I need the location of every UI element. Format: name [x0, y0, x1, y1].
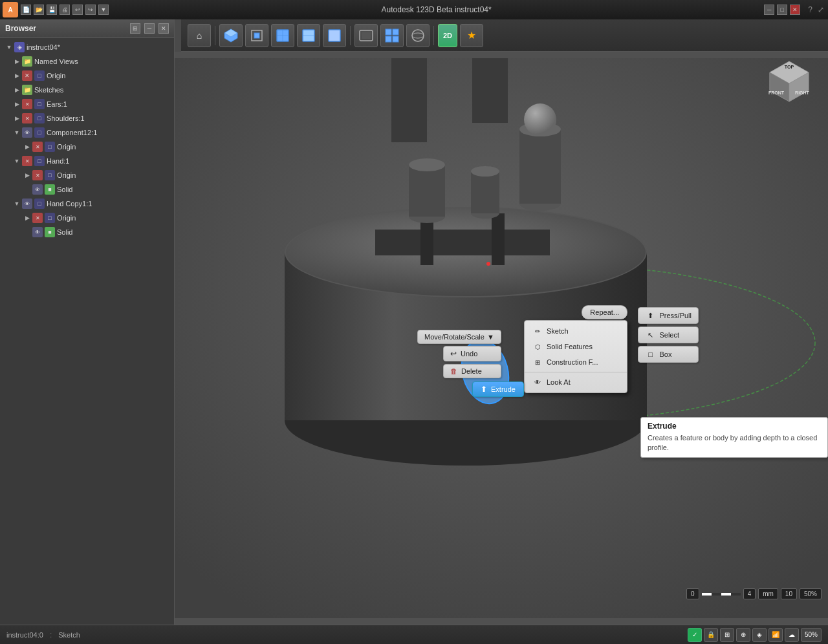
undo-button[interactable]: ↩ Undo [443, 346, 501, 361]
lock-icon[interactable]: 🔒 [704, 628, 718, 642]
tree-item-handcopy[interactable]: ▼ 👁 □ Hand Copy1:1 [0, 197, 174, 211]
view-right-btn[interactable] [323, 24, 346, 47]
toggle-origin1[interactable]: ▶ [13, 72, 21, 80]
svg-rect-13 [393, 29, 398, 35]
view-cube[interactable]: TOP FRONT RIGHT [763, 58, 815, 110]
undo-title[interactable]: ↩ [72, 5, 83, 15]
check-icon[interactable]: ✓ [688, 628, 702, 642]
delete-button[interactable]: 🗑 Delete [443, 364, 501, 378]
toggle-shoulders[interactable]: ▶ [13, 114, 21, 122]
material-icon[interactable]: ◈ [752, 628, 767, 642]
select-button[interactable]: ↖ Select [638, 327, 699, 343]
viewport[interactable]: TOP FRONT RIGHT Repeat... Move/Rotate/Sc… [175, 52, 828, 625]
ears-box-icon: □ [34, 99, 45, 109]
ctx-item-solid[interactable]: ⬡ Solid Features [525, 339, 627, 354]
print[interactable]: 🖨 [60, 5, 70, 15]
orbit-btn[interactable] [406, 24, 430, 47]
toggle-root[interactable]: ▼ [5, 43, 13, 51]
tree-item-root[interactable]: ▼ ◈ instruct04* [0, 40, 174, 54]
expand-icon[interactable]: ⤢ [818, 5, 824, 14]
ctx-item-lookat[interactable]: 👁 Look At [525, 374, 627, 390]
toggle-comp12[interactable]: ▼ [13, 129, 21, 136]
origin3-label: Origin [57, 171, 76, 179]
2d-btn[interactable]: 2D [438, 24, 457, 47]
signal-icon[interactable]: 📶 [768, 628, 783, 642]
statusbar: instruct04:0 : Sketch ✓ 🔒 ⊞ ⊕ ◈ 📶 ☁ 50% [0, 625, 828, 644]
ctx-construction-label: Construction F... [547, 358, 598, 366]
tree-item-shoulders[interactable]: ▶ ✕ □ Shoulders:1 [0, 111, 174, 125]
home-view-btn[interactable]: ⌂ [188, 24, 211, 47]
toggle-handcopy[interactable]: ▼ [13, 200, 21, 208]
file-new[interactable]: 📄 [21, 5, 31, 15]
tree-item-solid1[interactable]: ▶ 👁 ■ Solid [0, 182, 174, 197]
toggle-ears[interactable]: ▶ [13, 100, 21, 108]
origin2-icon: ✕ [32, 142, 43, 152]
ctx-solid-label: Solid Features [547, 343, 593, 350]
star-btn[interactable]: ★ [460, 24, 483, 47]
tree-item-ears[interactable]: ▶ ✕ □ Ears:1 [0, 97, 174, 111]
tree-item-hand[interactable]: ▼ ✕ □ Hand:1 [0, 154, 174, 168]
comp12-box-icon: □ [34, 127, 45, 138]
snap-status-icon[interactable]: ⊕ [736, 628, 750, 642]
tree-item-origin2[interactable]: ▶ ✕ □ Origin [0, 140, 174, 154]
tree-item-origin4[interactable]: ▶ ✕ □ Origin [0, 211, 174, 225]
extrude-label: Extrude [491, 385, 516, 393]
origin1-label: Origin [47, 72, 65, 80]
scale-unit: mm [758, 588, 778, 599]
settings[interactable]: ▼ [98, 5, 109, 15]
file-open[interactable]: 📂 [34, 5, 44, 15]
tree-item-sketches[interactable]: ▶ 📁 Sketches [0, 83, 174, 97]
undo-delete-group: ↩ Undo 🗑 Delete [443, 346, 501, 378]
tree-item-origin3[interactable]: ▶ ✕ □ Origin [0, 168, 174, 182]
ctx-item-construction[interactable]: ⊞ Construction F... [525, 354, 627, 370]
ctx-item-sketch[interactable]: ✏ Sketch [525, 323, 627, 339]
box-button[interactable]: □ Box [638, 346, 699, 363]
float-buttons-group: ⬆ Press/Pull ↖ Select □ Box [638, 307, 699, 363]
titlebar-maximize[interactable]: □ [777, 5, 787, 15]
view-front-btn[interactable] [297, 24, 320, 47]
hand-label: Hand:1 [47, 157, 69, 165]
view-top-btn[interactable] [271, 24, 294, 47]
svg-rect-39 [391, 58, 427, 142]
display-mode-btn[interactable] [354, 24, 378, 47]
file-save[interactable]: 💾 [47, 5, 57, 15]
view-home-btn[interactable] [219, 24, 243, 47]
browser-min-btn[interactable]: ─ [144, 23, 155, 34]
comp12-label: Component12:1 [47, 129, 97, 136]
svg-rect-15 [393, 36, 398, 42]
home-icon: ⌂ [191, 28, 207, 43]
grid-status-icon[interactable]: ⊞ [720, 628, 734, 642]
move-rotate-scale-button[interactable]: Move/Rotate/Scale ▼ [417, 330, 501, 344]
help-icon[interactable]: ? [808, 5, 812, 14]
browser-grid-btn[interactable]: ⊞ [130, 23, 140, 34]
grid-btn[interactable] [380, 24, 404, 47]
tree-item-component12[interactable]: ▼ 👁 □ Component12:1 [0, 125, 174, 140]
toggle-namedviews[interactable]: ▶ [13, 58, 21, 65]
titlebar-minimize[interactable]: ─ [764, 5, 774, 15]
extrude-button[interactable]: ⬆ Extrude [472, 381, 524, 397]
cloud-icon[interactable]: ☁ [785, 628, 799, 642]
zoom-pct[interactable]: 50% [801, 628, 822, 642]
star-icon: ★ [467, 29, 476, 41]
repeat-label: Repeat... [590, 308, 619, 316]
toggle-origin2[interactable]: ▶ [23, 143, 31, 151]
tree-item-origin1[interactable]: ▶ ✕ □ Origin [0, 69, 174, 83]
root-icon: ◈ [14, 42, 25, 52]
namedviews-icon: 📁 [22, 56, 32, 67]
tree-item-namedviews[interactable]: ▶ 📁 Named Views [0, 54, 174, 69]
redo-title[interactable]: ↪ [85, 5, 96, 15]
tooltip-description: Creates a feature or body by adding dept… [648, 433, 821, 453]
toggle-origin4[interactable]: ▶ [23, 214, 31, 222]
press-pull-icon: ⬆ [645, 310, 655, 321]
browser-close-btn[interactable]: ✕ [158, 23, 169, 34]
status-sep: : [50, 630, 52, 639]
tree-item-solid2[interactable]: ▶ 👁 ■ Solid [0, 225, 174, 239]
view-perspective-btn[interactable] [245, 24, 268, 47]
titlebar-close[interactable]: ✕ [790, 5, 800, 15]
toggle-hand[interactable]: ▼ [13, 157, 21, 165]
toggle-origin3[interactable]: ▶ [23, 171, 31, 179]
toggle-sketches[interactable]: ▶ [13, 86, 21, 94]
scale-ruler-bar [702, 593, 741, 596]
press-pull-button[interactable]: ⬆ Press/Pull [638, 307, 699, 324]
repeat-button[interactable]: Repeat... [582, 305, 627, 319]
